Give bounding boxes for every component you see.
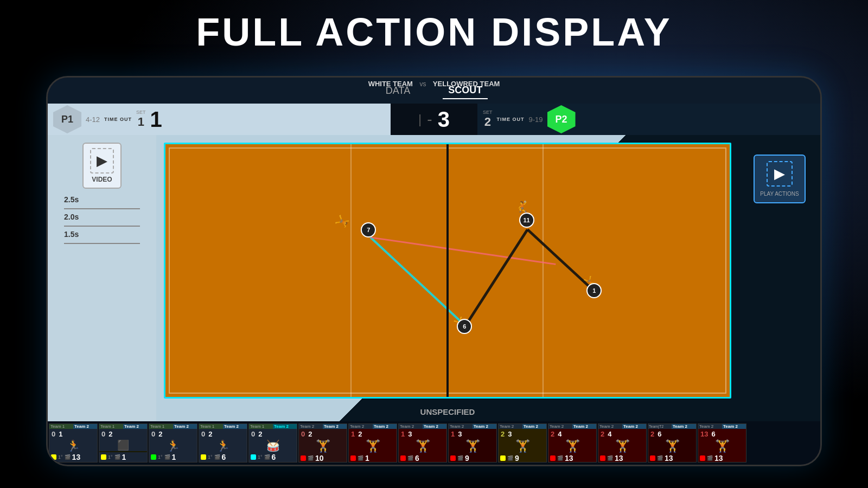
speed-20[interactable]: 2.0s: [64, 213, 140, 221]
timeline-item-6[interactable]: Team 2 Team 2 02 🏋️ 🎬 10: [298, 423, 347, 463]
unspecified-label: UNSPECIFIED: [156, 407, 739, 417]
court-net: [446, 144, 449, 397]
timeout-right[interactable]: TIME OUT: [497, 117, 525, 122]
timeline-item-9[interactable]: Team 2 Team 2 13 🏋️ 🎬 9: [448, 423, 497, 463]
timeline-item-13[interactable]: Team|T2 Team 2 26 🏋️ 🎬 13: [648, 423, 697, 463]
court-label: UNSPECIFIED: [420, 407, 475, 416]
record-left: 4-12: [86, 115, 100, 124]
player-6-num: 6: [463, 323, 466, 330]
timeline-item-8[interactable]: Team 2 Team 2 13 🏋️ 🎬 6: [398, 423, 447, 463]
speed-25-bar: [64, 208, 140, 209]
score-separator: |: [418, 112, 422, 127]
tl12-indicator: [600, 455, 605, 461]
tl6-indicator: [301, 455, 306, 461]
set-left: SET 1: [136, 110, 146, 129]
tl3-team2: Team 2: [173, 424, 197, 429]
record-right: 9-19: [529, 115, 543, 124]
timeout-left-label: TIME OUT: [104, 117, 132, 122]
tl7-indicator: [350, 455, 356, 461]
speed-controls: 2.5s 2.0s 1.5s: [53, 195, 151, 244]
play-actions-icon: ▶: [767, 161, 793, 187]
tl5-team2: Team 2: [273, 424, 297, 429]
p1-label: P1: [61, 114, 73, 125]
p2-badge[interactable]: P2: [547, 105, 576, 133]
tl10-indicator: [500, 455, 506, 461]
play-actions-label: PLAY ACTIONS: [760, 191, 799, 197]
timeline-item-3[interactable]: Team 1 Team 2 02 🏃 1° 🎬 1: [149, 423, 197, 463]
speed-20-bar: [64, 226, 140, 227]
tl3-team1: Team 1: [149, 424, 173, 429]
teams-header: WHITE TEAM vs YELLOWRED TEAM: [48, 79, 820, 88]
phone-frame: ‹ ◯ ⋮ DATA SCOUT P1 4-12 TIME OUT SET: [46, 76, 822, 466]
video-label: VIDEO: [92, 176, 112, 183]
tl2-indicator: [101, 454, 106, 460]
tl1-indicator: [51, 454, 56, 460]
set-right-value: 2: [484, 115, 491, 129]
score-right-num: 3: [438, 107, 450, 132]
player-11: 11: [519, 213, 534, 228]
tl13-indicator: [650, 455, 655, 461]
tl5-team1: Team 1: [249, 424, 273, 429]
player-1-num: 1: [592, 287, 596, 294]
tl1-team1: Team 1: [49, 424, 73, 429]
tl9-indicator: [450, 455, 456, 461]
set-right-label: SET: [483, 110, 493, 115]
speed-15[interactable]: 1.5s: [64, 230, 140, 239]
video-button[interactable]: ▶ VIDEO: [82, 143, 122, 189]
timeline-item-10[interactable]: Team 2 Team 2 23 🏋️ 🎬 9: [498, 423, 547, 463]
score-center: | - 3: [391, 104, 477, 135]
timeline-item-12[interactable]: Team 2 Team 2 24 🏋️ 🎬 13: [598, 423, 647, 463]
player-6: 6: [457, 319, 472, 334]
timeline-item-7[interactable]: Team 2 Team 2 12 🏋️ 🎬 1: [348, 423, 397, 463]
score-right-section: SET 2 TIME OUT 9-19 P2: [477, 104, 820, 135]
tl8-indicator: [400, 455, 406, 461]
tl2-team1: Team 1: [99, 424, 123, 429]
timeline-item-1[interactable]: Team 1 Team 2 01 🏃 1° 🎬 13: [49, 423, 98, 463]
timeout-right-label: TIME OUT: [497, 117, 525, 122]
timeline-item-5[interactable]: Team 1 Team 2 02 🥁 1° 🎬 6: [248, 423, 297, 463]
player-11-figure: 🤾: [515, 200, 529, 213]
video-play-icon: ▶: [90, 148, 114, 174]
timeline-item-14[interactable]: Team 2 Team 2 136 🏋️ 🎬 13: [698, 423, 746, 463]
timeline-item-11[interactable]: Team 2 Team 2 24 🏋️ 🎬 13: [548, 423, 597, 463]
player-7-num: 7: [367, 227, 370, 233]
player-11-num: 11: [523, 217, 529, 223]
tl4-indicator: [201, 454, 206, 460]
play-actions-button[interactable]: ▶ PLAY ACTIONS: [754, 155, 805, 203]
tl4-team1: Team 1: [199, 424, 223, 429]
score-bar: P1 4-12 TIME OUT SET 1 1 | - 3: [48, 104, 820, 135]
tl5-indicator: [251, 454, 256, 460]
team-left-name: WHITE TEAM: [368, 80, 413, 88]
main-content: ▶ VIDEO 2.5s 2.0s 1.5s: [48, 135, 820, 421]
court-area: 7 11 6 1 🤸 🤾: [156, 135, 739, 421]
score-dash: -: [427, 111, 432, 128]
tl14-indicator: [700, 455, 705, 461]
timeout-left[interactable]: TIME OUT: [104, 117, 132, 122]
court-frame: 7 11 6 1 🤸 🤾: [164, 143, 731, 399]
team-right-name: YELLOWRED TEAM: [433, 80, 500, 88]
set-left-label: SET: [136, 110, 146, 115]
score-left-num: 1: [150, 107, 162, 132]
tl3-indicator: [151, 454, 156, 460]
tl2-team2: Team 2: [123, 424, 147, 429]
bottom-timeline[interactable]: Team 1 Team 2 01 🏃 1° 🎬 13 Team 1 Team 2: [48, 421, 820, 465]
tl1-team2: Team 2: [73, 424, 97, 429]
speed-15-bar: [64, 243, 140, 244]
tl11-indicator: [550, 455, 556, 461]
timeline-item-2[interactable]: Team 1 Team 2 02 ⬛ 1° 🎬 1: [99, 423, 148, 463]
timeline-item-4[interactable]: Team 1 Team 2 02 🏃 1° 🎬 6: [199, 423, 247, 463]
page-title: FULL ACTION DISPLAY: [0, 10, 868, 54]
right-sidebar: ▶ PLAY ACTIONS: [739, 135, 820, 421]
set-left-value: 1: [138, 115, 144, 129]
tl4-team2: Team 2: [223, 424, 247, 429]
p1-badge[interactable]: P1: [53, 105, 81, 133]
set-right: SET 2: [483, 110, 493, 129]
vs-label: vs: [419, 80, 426, 88]
left-sidebar: ▶ VIDEO 2.5s 2.0s 1.5s: [48, 135, 156, 421]
p2-label: P2: [556, 114, 567, 125]
screen: DATA SCOUT P1 4-12 TIME OUT SET 1 1: [48, 78, 820, 465]
speed-25[interactable]: 2.5s: [64, 195, 140, 204]
score-left-section: P1 4-12 TIME OUT SET 1 1: [48, 104, 391, 135]
